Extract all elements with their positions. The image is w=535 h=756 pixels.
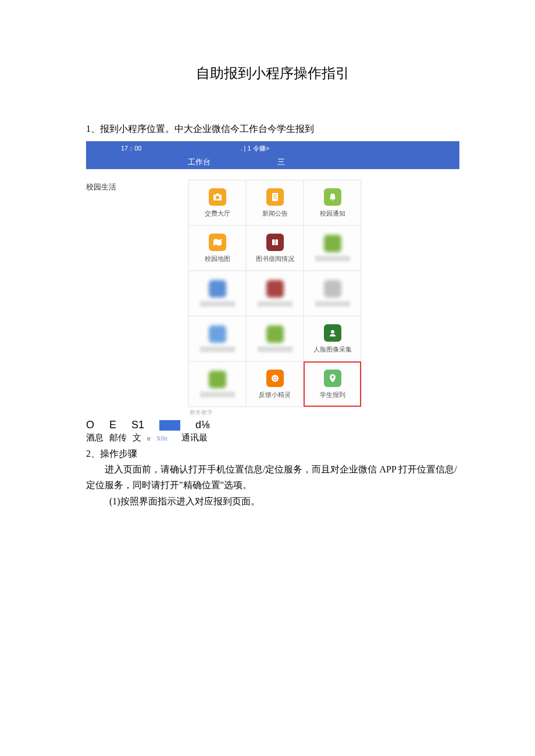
section-2-paragraph: 进入页面前，请确认打开手机位置信息/定位服务，而且对企业微信 APP 打开位置信… [86,461,459,493]
svg-point-10 [331,330,334,334]
section-2: 2、操作步骤 进入页面前，请确认打开手机位置信息/定位服务，而且对企业微信 AP… [86,446,459,509]
nav-icon-active[interactable] [159,420,180,431]
svg-rect-1 [216,194,219,195]
svg-point-12 [273,377,274,378]
blurred-icon [324,235,341,252]
grid-item-news[interactable]: 新闻公告 [246,180,304,225]
menu-icon[interactable]: 三 [277,157,285,167]
section-1-heading: 1、报到小程序位置。中大企业微信今工作台今学生报到 [86,123,459,135]
nav-label: tr [147,435,151,442]
grid-label: 新闻公告 [262,209,288,218]
grid-item-blurred[interactable] [246,271,304,316]
svg-rect-3 [272,193,278,201]
screenshot-phone: 17：00 . | 1 令赚> 工作台 三 校园生活 交费大厅 新闻公告 [86,141,459,443]
document-title: 自助报到小程序操作指引 [86,64,459,83]
blurred-icon [209,371,226,388]
grid-item-blurred[interactable] [188,316,246,361]
bell-icon [324,188,341,206]
grid-item-notice[interactable]: 校园通知 [304,180,361,225]
blurred-label [200,346,235,352]
section-2-heading: 2、操作步骤 [86,449,137,458]
app-grid: 交费大厅 新闻公告 校园通知 校园地图 [188,180,362,407]
svg-point-2 [216,196,219,199]
navbar-title: 工作台 [188,157,211,167]
status-time: 17：00 [121,144,141,153]
pin-icon [324,370,341,387]
grid-item-blurred[interactable] [304,271,361,316]
grid-item-face[interactable]: 人脸图像采集 [304,316,361,361]
grid-item-library[interactable]: 图书借阅情况 [246,225,304,271]
camera-icon [209,188,226,206]
app-navbar: 工作台 三 [86,155,459,169]
grid-item-feedback[interactable]: 反馈小精灵 [246,361,304,407]
grid-label: 学生报到 [320,390,345,399]
svg-point-7 [332,199,333,200]
blurred-icon [266,325,284,343]
grid-item-blurred[interactable] [304,225,361,271]
grid-item-blurred[interactable] [188,361,246,407]
grid-label: 校园通知 [320,209,345,218]
grid-item-payment[interactable]: 交费大厅 [188,180,246,225]
grid-label: 校园地图 [205,255,230,263]
bottom-nav-labels: 酒息 邮传 文 tr Xfltt 通讯最 [86,432,459,443]
grid-item-map[interactable]: 校园地图 [188,225,246,271]
grid-label: 交费大厅 [205,209,230,218]
person-icon [324,324,341,342]
svg-point-14 [331,376,334,378]
svg-point-11 [272,375,279,382]
nav-icon[interactable]: d⅛ [195,419,210,431]
grid-label: 反馈小精灵 [259,390,291,399]
blurred-label [315,256,350,261]
blurred-label [200,301,235,307]
blurred-icon [209,325,226,343]
blurred-icon [266,280,284,298]
grid-label: 图书借阅情况 [256,255,294,263]
nav-label: Xfltt [156,435,167,442]
blurred-icon [324,280,341,298]
nav-icon[interactable]: O [86,419,94,431]
blurred-label [315,301,350,307]
nav-icon[interactable]: E [109,419,116,431]
next-category: 教务教学 [190,409,459,417]
nav-label: 邮传 [109,432,127,443]
grid-item-checkin[interactable]: 学生报到 [304,361,361,407]
nav-label: 文 [133,432,141,443]
nav-icon[interactable]: S1 [131,419,144,431]
nav-label: 酒息 [86,432,104,443]
grid-item-blurred[interactable] [246,316,304,361]
sidebar-category: 校园生活 [86,180,188,192]
blurred-label [258,301,293,307]
section-2-step: (1)按照界面指示进入对应报到页面。 [86,493,459,509]
blurred-label [258,346,293,352]
document-icon [266,188,284,206]
status-indicators: . | 1 令赚> [240,144,269,153]
grid-item-blurred[interactable] [188,271,246,316]
svg-point-13 [276,377,277,378]
blurred-icon [209,280,226,298]
grid-label: 人脸图像采集 [313,345,352,354]
map-icon [209,234,226,251]
face-icon [266,370,284,387]
blurred-label [200,392,235,397]
book-icon [266,234,284,251]
status-bar: 17：00 . | 1 令赚> [86,141,459,155]
nav-label: 通讯最 [181,432,208,443]
bottom-nav-icons: O E S1 d⅛ [86,419,459,431]
